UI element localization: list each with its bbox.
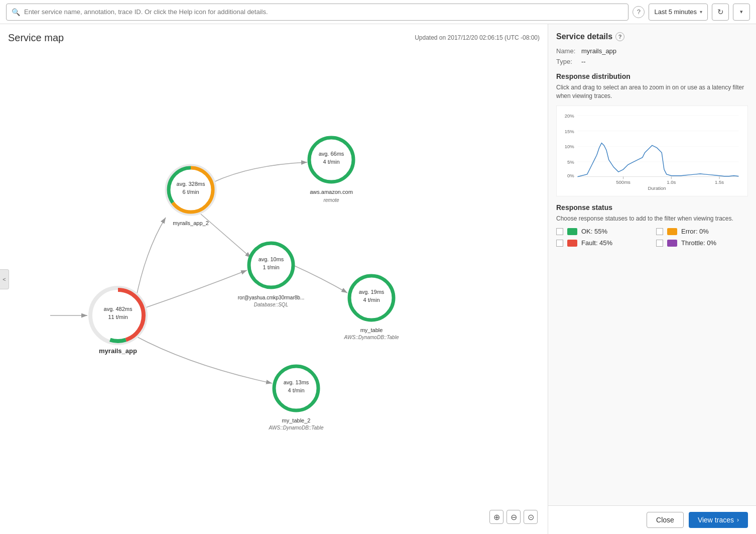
node-myrailsapp-avg: avg. 482ms bbox=[104, 306, 133, 312]
main-area: Service map Updated on 2017/12/20 02:06:… bbox=[0, 24, 756, 534]
node-mytable-sublabel: AWS::DynamoDB::Table bbox=[344, 335, 399, 340]
more-options-button[interactable]: ▾ bbox=[733, 4, 750, 21]
status-throttle-label: Throttle: 0% bbox=[681, 239, 716, 247]
search-container[interactable]: 🔍 bbox=[6, 4, 628, 21]
node-myrailsapp-label: myrails_app bbox=[99, 347, 137, 355]
status-fault-label: Fault: 45% bbox=[581, 239, 612, 247]
node-roryashua[interactable]: avg. 10ms 1 t/min ror@yashua.cmkp30rmar8… bbox=[238, 243, 304, 307]
refresh-button[interactable]: ↻ bbox=[712, 4, 729, 21]
name-value: myrails_app bbox=[581, 47, 616, 55]
status-ok-checkbox[interactable] bbox=[556, 228, 563, 235]
view-traces-button[interactable]: View traces › bbox=[689, 512, 748, 528]
node-aws-tpm: 4 t/min bbox=[323, 159, 339, 165]
status-ok-color bbox=[567, 228, 577, 235]
node-roryashua-label: ror@yashua.cmkp30rmar8b... bbox=[238, 295, 304, 300]
node-mytable[interactable]: avg. 19ms 4 t/min my_table AWS::DynamoDB… bbox=[344, 276, 399, 340]
response-distribution-title: Response distribution bbox=[556, 72, 748, 80]
edge-myrailsapp-mytable2 bbox=[135, 336, 272, 383]
status-error-color bbox=[667, 228, 677, 235]
edge-myrailsapp-myrailsapp2 bbox=[136, 218, 166, 300]
status-throttle: Throttle: 0% bbox=[656, 239, 748, 247]
node-roryashua-sublabel: Database::SQL bbox=[254, 302, 288, 307]
response-distribution-desc: Click and drag to select an area to zoom… bbox=[556, 83, 748, 100]
panel-title: Service details ? bbox=[556, 32, 748, 41]
node-roryashua-tpm: 1 t/min bbox=[263, 264, 279, 270]
svg-text:10%: 10% bbox=[565, 144, 575, 149]
status-throttle-checkbox[interactable] bbox=[656, 240, 663, 247]
page-title: Service map bbox=[8, 32, 64, 44]
type-label: Type: bbox=[556, 58, 581, 65]
status-error-checkbox[interactable] bbox=[656, 228, 663, 235]
edge-myrailsapp-roryashua bbox=[145, 270, 247, 308]
chart-svg: 20% 15% 10% 5% 0% bbox=[561, 110, 743, 190]
node-aws-sublabel: remote bbox=[323, 197, 339, 203]
response-status-title: Response status bbox=[556, 203, 748, 211]
status-throttle-color bbox=[667, 240, 677, 247]
node-awsamazon[interactable]: avg. 66ms 4 t/min aws.amazon.com remote bbox=[309, 138, 353, 203]
edge-myrailsapp2-aws bbox=[213, 162, 307, 182]
name-row: Name: myrails_app bbox=[556, 47, 748, 55]
status-grid: OK: 55% Error: 0% Fault: 45% bbox=[556, 228, 748, 247]
node-myrailsapp2-avg: avg. 328ms bbox=[177, 181, 205, 187]
node-mytable2-tpm: 4 t/min bbox=[288, 387, 304, 393]
node-mytable-tpm: 4 t/min bbox=[363, 297, 380, 303]
node-mytable2-label: my_table_2 bbox=[282, 417, 311, 423]
zoom-reset-button[interactable]: ⊙ bbox=[524, 510, 538, 524]
svg-text:0%: 0% bbox=[567, 172, 574, 178]
svg-text:1.5s: 1.5s bbox=[715, 179, 724, 185]
status-ok: OK: 55% bbox=[556, 228, 648, 235]
node-aws-avg: avg. 66ms bbox=[319, 151, 344, 157]
edge-roryashua-mytable bbox=[293, 265, 347, 293]
panel-title-text: Service details bbox=[556, 32, 612, 41]
node-mytable2[interactable]: avg. 13ms 4 t/min my_table_2 AWS::Dynamo… bbox=[269, 366, 324, 431]
svg-text:15%: 15% bbox=[565, 128, 575, 134]
right-panel: Service details ? Name: myrails_app Type… bbox=[548, 24, 756, 534]
map-area[interactable]: Service map Updated on 2017/12/20 02:06:… bbox=[0, 24, 548, 534]
close-button[interactable]: Close bbox=[647, 512, 684, 528]
status-fault-checkbox[interactable] bbox=[556, 240, 563, 247]
zoom-out-button[interactable]: ⊖ bbox=[507, 510, 521, 524]
panel-footer: Close View traces › bbox=[548, 505, 756, 534]
svg-text:1.0s: 1.0s bbox=[667, 179, 676, 185]
service-details-help-icon[interactable]: ? bbox=[615, 32, 624, 41]
svg-text:500ms: 500ms bbox=[616, 179, 631, 185]
name-label: Name: bbox=[556, 47, 581, 55]
view-traces-arrow-icon: › bbox=[737, 516, 739, 523]
collapse-sidebar-button[interactable]: < bbox=[0, 269, 9, 289]
node-mytable-avg: avg. 19ms bbox=[359, 289, 385, 295]
response-distribution-chart[interactable]: 20% 15% 10% 5% 0% bbox=[556, 105, 748, 196]
service-map-svg[interactable]: avg. 482ms 11 t/min myrails_app avg. 328… bbox=[0, 54, 442, 506]
svg-text:20%: 20% bbox=[565, 113, 575, 118]
node-roryashua-avg: avg. 10ms bbox=[259, 256, 284, 262]
view-traces-label: View traces bbox=[698, 516, 734, 524]
node-mytable2-sublabel: AWS::DynamoDB::Table bbox=[269, 425, 324, 431]
help-icon[interactable]: ? bbox=[633, 6, 645, 18]
time-dropdown[interactable]: Last 5 minutes ▾ bbox=[649, 4, 708, 21]
node-myrailsapp2-tpm: 6 t/min bbox=[182, 189, 199, 195]
status-fault: Fault: 45% bbox=[556, 239, 648, 247]
zoom-controls: ⊕ ⊖ ⊙ bbox=[489, 510, 538, 524]
node-mytable2-avg: avg. 13ms bbox=[284, 379, 309, 385]
updated-time: Updated on 2017/12/20 02:06:15 (UTC -08:… bbox=[415, 34, 540, 41]
status-ok-label: OK: 55% bbox=[581, 228, 607, 235]
svg-text:5%: 5% bbox=[567, 159, 574, 164]
time-label: Last 5 minutes bbox=[654, 8, 697, 16]
type-value: -- bbox=[581, 58, 586, 65]
response-status-desc: Choose response statuses to add to the f… bbox=[556, 215, 748, 223]
status-error-label: Error: 0% bbox=[681, 228, 709, 235]
node-myrailsapp[interactable]: avg. 482ms 11 t/min myrails_app bbox=[90, 288, 146, 355]
node-myrailsapp2[interactable]: avg. 328ms 6 t/min myrails_app_2 bbox=[167, 166, 215, 226]
search-icon: 🔍 bbox=[12, 8, 20, 16]
node-myrailsapp2-label: myrails_app_2 bbox=[173, 220, 209, 226]
chevron-down-icon: ▾ bbox=[700, 9, 702, 15]
search-input[interactable] bbox=[24, 8, 623, 16]
node-aws-label: aws.amazon.com bbox=[310, 189, 353, 195]
distribution-curve bbox=[578, 143, 739, 176]
node-myrailsapp-tpm: 11 t/min bbox=[108, 314, 128, 320]
zoom-fit-button[interactable]: ⊕ bbox=[489, 510, 503, 524]
top-bar: 🔍 ? Last 5 minutes ▾ ↻ ▾ bbox=[0, 0, 756, 24]
status-fault-color bbox=[567, 240, 577, 247]
panel-content: Service details ? Name: myrails_app Type… bbox=[548, 24, 756, 505]
status-error: Error: 0% bbox=[656, 228, 748, 235]
node-mytable-label: my_table bbox=[360, 327, 383, 333]
